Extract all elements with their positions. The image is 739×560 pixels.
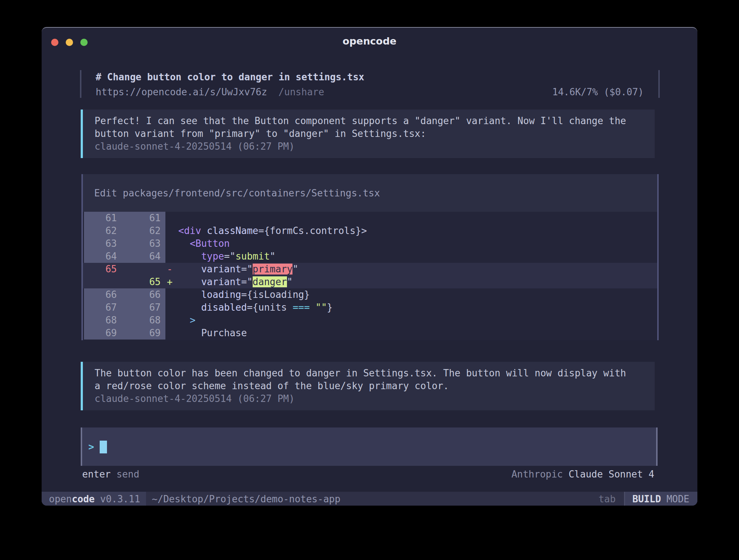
diff-row: 6666 loading={isLoading} (83, 288, 657, 301)
code-token: submit (236, 251, 270, 262)
diff-row: 6262 <div className={formCs.controls}> (83, 225, 657, 237)
diff-new-line-number: 63 (122, 237, 165, 250)
message-text-line: The button color has been changed to dan… (95, 367, 655, 380)
working-directory: ~/Desktop/Projects/demo-notes-app (152, 492, 341, 506)
message-meta: claude-sonnet-4-20250514 (06:27 PM) (95, 140, 655, 153)
diff-sign (167, 302, 173, 313)
diff-new-line-number: 64 (122, 250, 165, 263)
send-hint-key: enter (82, 469, 111, 480)
diff-old-line-number: 67 (84, 301, 122, 314)
code-token: > (190, 315, 196, 326)
diff-code-line: > (165, 314, 657, 327)
code-token: "" (315, 302, 327, 313)
assistant-message: The button color has been changed to dan… (81, 362, 655, 410)
prompt-chevron-icon: > (88, 441, 94, 453)
diff-code-line: <div className={formCs.controls}> (165, 225, 657, 237)
mode-segment: BUILDMODE (625, 492, 697, 506)
assistant-message: Perfect! I can see that the Button compo… (81, 110, 655, 158)
diff-old-line-number: 69 (84, 327, 122, 340)
send-hint: enter send (82, 468, 139, 481)
app-version-segment: opencodev0.3.11 (42, 492, 146, 506)
diff-indent (173, 302, 201, 313)
code-token: " (292, 264, 298, 275)
diff-code-line: <Button (165, 237, 657, 250)
status-bar: opencodev0.3.11 ~/Desktop/Projects/demo-… (42, 492, 697, 506)
token-usage: 14.6K/7% ($0.07) (552, 86, 644, 99)
diff-old-line-number: 63 (84, 237, 122, 250)
diff-old-line-number: 66 (84, 288, 122, 301)
code-token: className (207, 225, 259, 236)
share-url-line: https://opencode.ai/s/UwJxv76z/unshare (96, 86, 324, 99)
diff-row: 65- variant="primary" (83, 263, 657, 276)
code-token: " (270, 251, 276, 262)
diff-indent (173, 264, 201, 275)
diff-sign: - (167, 264, 173, 275)
diff-code-line: + variant="danger" (165, 276, 657, 288)
message-meta: claude-sonnet-4-20250514 (06:27 PM) (95, 392, 655, 405)
code-token: disabled (201, 302, 247, 313)
hint-bar: enter send Anthropic Claude Sonnet 4 (82, 468, 654, 481)
diff-code-line: loading={isLoading} (165, 288, 657, 301)
model-provider: Anthropic (512, 469, 563, 480)
diff-indent (173, 212, 179, 223)
diff-sign: + (167, 276, 173, 287)
diff-sign (167, 225, 173, 236)
diff-new-line-number (122, 263, 165, 276)
code-token: ={formCs.controls}> (258, 225, 367, 236)
diff-indent (173, 289, 201, 300)
code-token: =" (224, 251, 236, 262)
diff-code-line: - variant="primary" (165, 263, 657, 276)
diff-old-line-number: 68 (84, 314, 122, 327)
edit-diff-panel: Edit packages/frontend/src/containers/Se… (81, 174, 659, 340)
diff-row: 6767 disabled={units === ""} (83, 301, 657, 314)
mode-label-rest: MODE (666, 494, 689, 505)
diff-file-header: Edit packages/frontend/src/containers/Se… (83, 174, 657, 212)
code-token: " (287, 276, 293, 287)
app-version: v0.3.11 (100, 494, 140, 505)
text-cursor (100, 441, 107, 453)
diff-sign (167, 327, 173, 338)
message-text-line: button variant from "primary" to "danger… (95, 127, 655, 140)
diff-new-line-number: 66 (122, 288, 165, 301)
app-name-code: code (72, 494, 95, 505)
diff-indent (173, 251, 201, 262)
opencode-window: opencode # Change button color to danger… (42, 27, 697, 506)
statusbar-spacer (340, 492, 598, 506)
code-token: danger (253, 276, 287, 287)
diff-code-line: disabled={units === ""} (165, 301, 657, 314)
diff-code-line: Purchase (165, 327, 657, 340)
code-token: ={isLoading} (241, 289, 310, 300)
diff-new-line-number: 62 (122, 225, 165, 237)
diff-row: 65+ variant="danger" (83, 276, 657, 288)
diff-rows: 6161 6262 <div className={formCs.control… (83, 212, 657, 340)
diff-new-line-number: 61 (122, 212, 165, 225)
code-token: primary (253, 264, 293, 275)
code-token: Purchase (201, 327, 247, 338)
diff-sign (167, 289, 173, 300)
diff-row: 6363 <Button (83, 237, 657, 250)
code-token: type (201, 251, 224, 262)
code-token: =" (241, 264, 253, 275)
diff-code-line: type="submit" (165, 250, 657, 263)
message-text-line: a red/rose color scheme instead of the b… (95, 380, 655, 392)
code-token: variant (201, 264, 241, 275)
diff-old-line-number: 61 (84, 212, 122, 225)
diff-old-line-number: 64 (84, 250, 122, 263)
code-token (310, 302, 315, 313)
diff-old-line-number (84, 276, 122, 288)
model-indicator: Anthropic Claude Sonnet 4 (512, 468, 654, 481)
model-name: Claude Sonnet 4 (568, 469, 654, 480)
prompt-input[interactable]: > (81, 427, 658, 466)
share-url-link[interactable]: https://opencode.ai/s/UwJxv76z (96, 87, 267, 97)
diff-new-line-number: 69 (122, 327, 165, 340)
code-token: loading (201, 289, 241, 300)
diff-new-line-number: 65 (122, 276, 165, 288)
diff-row: 6868 > (83, 314, 657, 327)
diff-new-line-number: 68 (122, 314, 165, 327)
unshare-command[interactable]: /unshare (279, 87, 324, 97)
diff-indent (173, 276, 201, 287)
diff-row: 6464 type="submit" (83, 250, 657, 263)
mode-label-bold: BUILD (632, 494, 661, 505)
session-header: # Change button color to danger in setti… (80, 70, 660, 98)
message-text-line: Perfect! I can see that the Button compo… (95, 115, 655, 127)
